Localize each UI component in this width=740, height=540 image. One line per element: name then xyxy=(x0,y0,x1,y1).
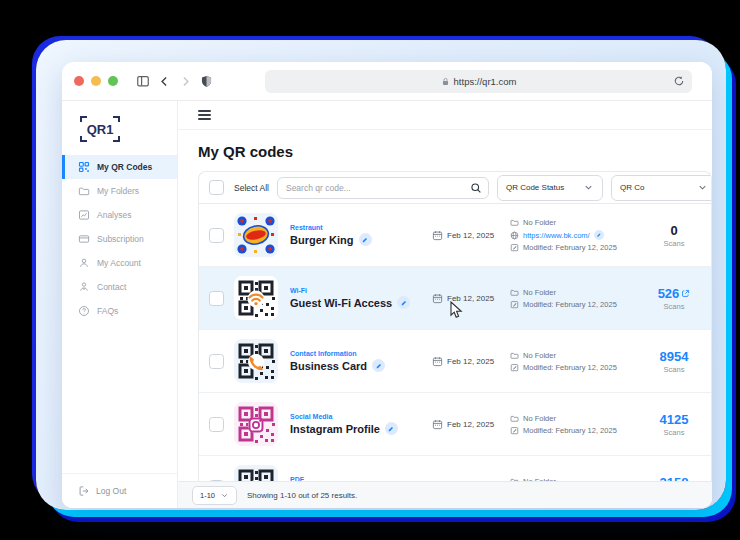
reload-icon[interactable] xyxy=(673,75,685,87)
svg-text:QR1: QR1 xyxy=(87,122,114,137)
table-row-guest-wifi[interactable]: Wi-Fi Guest Wi-Fi Access Feb 12, 2025 No… xyxy=(199,267,711,330)
sidebar-item-label: My Account xyxy=(97,258,141,268)
row-checkbox[interactable] xyxy=(209,417,224,432)
results-summary: Showing 1-10 out of 25 results. xyxy=(247,491,357,500)
qr-thumbnail-burger-king xyxy=(234,213,278,257)
chevron-down-icon xyxy=(583,182,594,193)
qr-category: Social Media xyxy=(290,413,432,420)
qr-type-filter[interactable]: QR Co xyxy=(611,175,712,201)
qr-target-url[interactable]: https://www.bk.com/ xyxy=(523,231,590,240)
modified-icon xyxy=(510,243,519,252)
calendar-icon xyxy=(432,419,443,430)
sidebar-item-analyses[interactable]: Analyses xyxy=(62,203,177,227)
headset-icon xyxy=(78,281,90,293)
modified-icon xyxy=(510,300,519,309)
sidebar-toggle-icon[interactable] xyxy=(136,74,150,88)
sidebar-item-label: Subscription xyxy=(97,234,144,244)
question-icon xyxy=(78,305,90,317)
folder-icon xyxy=(510,288,519,297)
row-checkbox[interactable] xyxy=(209,228,224,243)
url-text: https://qr1.com xyxy=(454,76,517,87)
created-date: Feb 12, 2025 xyxy=(447,420,494,429)
sidebar-item-faqs[interactable]: FAQs xyxy=(62,299,177,323)
sidebar-item-label: My QR Codes xyxy=(97,162,152,172)
minimize-window-button[interactable] xyxy=(91,76,101,86)
calendar-icon xyxy=(432,356,443,367)
sidebar-item-my-account[interactable]: My Account xyxy=(62,251,177,275)
qr-thumbnail-instagram xyxy=(234,402,278,446)
menu-toggle-icon[interactable] xyxy=(198,110,211,120)
qr-status-filter[interactable]: QR Code Status xyxy=(497,175,603,201)
globe-icon xyxy=(510,231,519,240)
folder-icon xyxy=(510,351,519,360)
calendar-icon xyxy=(432,230,443,241)
table-row-burger-king[interactable]: Restraunt Burger King Feb 12, 2025 No Fo… xyxy=(199,204,711,267)
chart-icon xyxy=(78,209,90,221)
created-date: Feb 12, 2025 xyxy=(447,294,494,303)
pagination-bar: 1-10 Showing 1-10 out of 25 results. xyxy=(178,481,712,508)
modified-label: Modified: February 12, 2025 xyxy=(523,426,617,435)
modified-icon xyxy=(510,363,519,372)
sidebar-item-subscription[interactable]: Subscription xyxy=(62,227,177,251)
folder-icon xyxy=(510,218,519,227)
scans-label: Scans xyxy=(664,365,685,374)
table-row-business-card[interactable]: Contact Information Business Card Feb 12… xyxy=(199,330,711,393)
modified-label: Modified: February 12, 2025 xyxy=(523,363,617,372)
table-row-annual-report[interactable]: PDF Annual Report Feb 12, 2025 No Folder… xyxy=(199,456,711,481)
row-checkbox[interactable] xyxy=(209,354,224,369)
zoom-window-button[interactable] xyxy=(108,76,118,86)
row-checkbox[interactable] xyxy=(209,291,224,306)
sidebar-item-contact[interactable]: Contact xyxy=(62,275,177,299)
table-row-instagram-profile[interactable]: Social Media Instagram Profile Feb 12, 2… xyxy=(199,393,711,456)
open-scans-icon[interactable] xyxy=(681,289,690,298)
forward-icon[interactable] xyxy=(179,75,192,88)
close-window-button[interactable] xyxy=(74,76,84,86)
shield-icon[interactable] xyxy=(200,75,213,88)
calendar-icon xyxy=(432,293,443,304)
folder-label: No Folder xyxy=(523,351,556,360)
qr-name: Business Card xyxy=(290,360,367,372)
main-content: My QR codes Select All QR Code Status xyxy=(178,101,712,508)
page-size-value: 1-10 xyxy=(200,491,215,500)
browser-chrome: https://qr1.com xyxy=(62,62,712,101)
search-input[interactable] xyxy=(277,177,489,199)
logout-label: Log Out xyxy=(96,486,126,496)
qr-thumbnail-business-card xyxy=(234,339,278,383)
edit-name-icon[interactable] xyxy=(385,422,398,435)
sidebar-nav: My QR Codes My Folders Analyses Subscrip… xyxy=(62,155,177,323)
chevron-down-icon xyxy=(697,182,708,193)
qr-name: Burger King xyxy=(290,234,354,246)
table-toolbar: Select All QR Code Status QR Co xyxy=(199,172,711,204)
qr-category: Contact Information xyxy=(290,350,432,357)
address-bar[interactable]: https://qr1.com xyxy=(265,70,692,93)
edit-name-icon[interactable] xyxy=(359,233,372,246)
folder-icon xyxy=(510,414,519,423)
qr-thumbnail-annual-report xyxy=(234,465,278,481)
back-icon[interactable] xyxy=(158,75,171,88)
card-icon xyxy=(78,233,90,245)
page: https://qr1.com QR1 My QR Codes xyxy=(0,0,740,540)
select-all-checkbox[interactable] xyxy=(209,180,224,195)
edit-name-icon[interactable] xyxy=(372,359,385,372)
sidebar-item-my-folders[interactable]: My Folders xyxy=(62,179,177,203)
created-date: Feb 12, 2025 xyxy=(447,357,494,366)
sidebar-item-my-qr-codes[interactable]: My QR Codes xyxy=(62,155,177,179)
modified-label: Modified: February 12, 2025 xyxy=(523,300,617,309)
main-topbar xyxy=(178,101,712,130)
created-date: Feb 12, 2025 xyxy=(447,231,494,240)
page-size-select[interactable]: 1-10 xyxy=(192,486,237,505)
edit-url-icon[interactable] xyxy=(594,230,604,240)
qr-table: Select All QR Code Status QR Co xyxy=(198,171,712,481)
scan-count: 4125 xyxy=(660,412,689,427)
folder-label: No Folder xyxy=(523,218,556,227)
qr-codes-icon xyxy=(78,161,90,173)
folder-icon xyxy=(78,185,90,197)
modified-label: Modified: February 12, 2025 xyxy=(523,243,617,252)
qr-status-filter-label: QR Code Status xyxy=(506,183,564,192)
scan-count: 0 xyxy=(670,223,677,238)
edit-name-icon[interactable] xyxy=(397,296,410,309)
folder-label: No Folder xyxy=(523,288,556,297)
scans-label: Scans xyxy=(664,302,685,311)
qr-type-filter-label: QR Co xyxy=(620,183,644,192)
logout-button[interactable]: Log Out xyxy=(62,473,177,508)
